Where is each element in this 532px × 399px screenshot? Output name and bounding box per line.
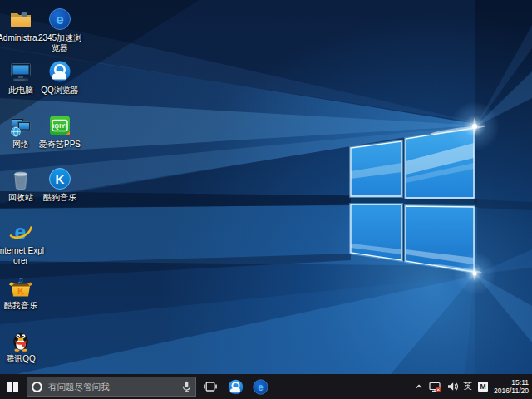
desktop-icon-label: 爱奇艺PPS (33, 140, 86, 150)
kugou-music-icon: K (47, 166, 72, 191)
microphone-icon[interactable] (181, 381, 192, 392)
qq-browser-icon (47, 59, 72, 84)
svg-text:iQIYI: iQIYI (52, 123, 66, 130)
start-button[interactable] (0, 374, 25, 399)
network-monitors-globe-icon (8, 113, 33, 138)
desktop-icon-kuwo-music[interactable]: K ♫ 酷我音乐 (0, 274, 47, 311)
volume-icon[interactable] (447, 382, 458, 392)
clock-time: 15:11 (494, 378, 529, 387)
svg-text:e: e (15, 220, 27, 244)
qq-browser-icon (227, 378, 244, 396)
desktop-icon-kugou-music[interactable]: K 酷狗音乐 (33, 166, 86, 203)
ime-language-indicator[interactable]: 英 (464, 381, 473, 392)
cortana-search-box[interactable] (27, 377, 196, 397)
ime-mode-indicator[interactable]: M (478, 382, 488, 392)
desktop-icon-label: 2345加速浏览器 (33, 33, 86, 53)
cortana-icon (31, 381, 43, 393)
internet-explorer-icon: e (8, 219, 33, 244)
kuwo-music-box-icon: K ♫ (8, 274, 33, 299)
2345-browser-icon: e (252, 378, 269, 396)
taskbar-clock[interactable]: 15:11 2016/11/20 (494, 378, 529, 395)
desktop-icon-qq-browser[interactable]: QQ浏览器 (33, 59, 86, 96)
desktop-icon-2345-browser[interactable]: e 2345加速浏览器 (33, 7, 86, 53)
desktop-icon-label: 酷我音乐 (0, 301, 47, 311)
svg-text:K: K (17, 286, 24, 296)
taskbar-qq-browser-button[interactable] (223, 374, 248, 399)
svg-text:♫: ♫ (17, 275, 24, 284)
task-view-icon (204, 381, 217, 392)
desktop-icon-internet-explorer[interactable]: e Internet Explorer (0, 219, 47, 266)
computer-monitor-icon (8, 59, 33, 84)
show-hidden-icons-chevron[interactable] (415, 383, 423, 390)
svg-text:♻: ♻ (17, 176, 25, 186)
taskbar-2345-browser-button[interactable]: e (248, 374, 273, 399)
desktop-icon-tencent-qq[interactable]: 腾讯QQ (0, 328, 47, 364)
system-tray: 英 M 15:11 2016/11/20 (415, 374, 532, 399)
qq-penguin-icon (8, 328, 33, 352)
desktop-icon-label: 酷狗音乐 (33, 193, 86, 203)
svg-text:K: K (56, 172, 65, 186)
desktop: Administra... e 2345加速浏览器 (0, 0, 532, 374)
windows-logo-icon (7, 382, 18, 392)
svg-text:e: e (56, 12, 63, 27)
svg-text:e: e (258, 381, 264, 392)
recycle-bin-icon: ♻ (8, 166, 33, 191)
desktop-icon-iqiyi-pps[interactable]: iQIYI 爱奇艺PPS (33, 113, 86, 150)
taskbar: e 英 M 15:11 2016/1 (0, 374, 532, 399)
task-view-button[interactable] (198, 374, 223, 399)
network-disconnected-icon[interactable] (429, 382, 441, 392)
iqiyi-icon: iQIYI (47, 113, 72, 138)
2345-browser-icon: e (47, 7, 72, 32)
user-folder-icon (8, 7, 33, 32)
desktop-icon-label: 腾讯QQ (0, 354, 47, 364)
desktop-icon-label: Internet Explorer (0, 246, 47, 266)
desktop-icon-label: QQ浏览器 (33, 86, 86, 96)
search-input[interactable] (47, 381, 181, 392)
clock-date: 2016/11/20 (494, 387, 529, 395)
windows-desktop-screen: Administra... e 2345加速浏览器 (0, 0, 532, 399)
